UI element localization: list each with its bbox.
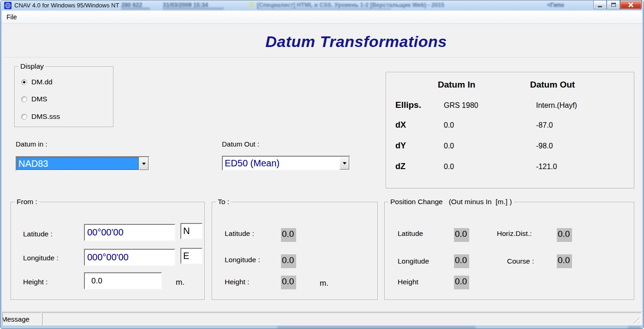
minimize-icon [598,6,602,7]
to-longitude-label: Longitude : [225,256,260,264]
display-group: Display DM.dd DMS DMS.sss [14,66,113,127]
ghost-bar [277,327,476,329]
radio-option-dmssss[interactable]: DMS.sss [21,112,60,121]
minimize-button[interactable] [593,0,607,9]
status-message-cell: Message [2,312,42,325]
chevron-down-icon [343,162,346,164]
page-title: Datum Transformations [265,33,447,51]
pc-height-value: 0.0 [454,276,469,289]
from-group: From : Latitude : Longitude : Height : m… [11,202,205,300]
app-window: 280 622 31/03/2009 15:34 [Специалист] HT… [0,0,644,329]
status-content-cell [42,312,641,325]
from-latitude-input[interactable] [84,224,175,241]
datum-out-combobox[interactable]: ED50 (Mean) [222,156,350,170]
titlebar: 280 622 31/03/2009 15:34 [Специалист] HT… [0,0,644,11]
from-latitude-label: Latitude : [23,230,53,238]
close-button[interactable] [620,0,642,9]
close-icon [628,2,634,8]
datum-out-dropdown-button[interactable] [340,157,349,170]
client-area: File Datum Transformations Display DM.dd… [2,11,642,325]
pc-latitude-label: Latitude [398,229,423,238]
pc-longitude-label: Longitude [398,257,429,265]
to-group: To : Latitude : 0.0 Longitude : 0.0 Heig… [212,202,378,300]
resize-grip-icon[interactable] [632,316,639,323]
to-latitude-value: 0.0 [281,228,296,242]
ghost-icon [250,2,254,7]
menu-file[interactable]: File [2,11,22,24]
datum-in-dropdown-button[interactable] [139,157,149,170]
radio-label: DMS.sss [31,112,60,121]
ghost-bar [163,7,224,10]
from-ns-input[interactable] [180,223,203,239]
from-ew-input[interactable] [180,248,203,264]
pc-course-label: Course : [507,257,534,265]
table-row-param: Ellips. [395,100,421,110]
globe-icon [4,2,12,9]
ghost-text: <Гипо [547,2,564,8]
pc-course-value: 0.0 [557,254,572,268]
position-change-group-label: Position Change (Out minus In [m.] ) [388,198,514,206]
chevron-down-icon [142,163,146,165]
window-controls [593,0,642,9]
ghost-text: [Специалист] HTML и CSS. Уровень 1-2 [Ве… [257,2,444,8]
to-longitude-value: 0.0 [281,254,296,268]
radio-label: DMS [31,95,47,103]
to-height-unit: m. [320,279,328,288]
radio-option-dms[interactable]: DMS [21,95,47,103]
from-group-label: From : [15,198,39,206]
table-row-param: dX [395,120,406,130]
table-row-out-value: Intern.(Hayf) [536,101,577,110]
datum-out-label: Datum Out : [222,140,259,148]
pc-height-label: Height [398,278,418,286]
table-row-out-value: -87.0 [536,121,553,129]
to-group-label: To : [216,198,231,206]
status-message-label: Message [2,315,41,323]
window-frame: 280 622 31/03/2009 15:34 [Специалист] HT… [0,0,644,329]
window-title: CNAV 4.0 for Windows 95/Windows NT [14,2,119,9]
radio-icon [21,96,27,102]
from-height-input[interactable] [84,272,162,289]
pc-horiz-dist-label: Horiz.Dist.: [497,229,532,238]
ghost-bar [628,327,641,329]
to-latitude-label: Latitude : [225,229,254,238]
maximize-button[interactable] [607,0,620,9]
radio-label: DM.dd [31,78,53,86]
radio-option-dmdd[interactable]: DM.dd [21,78,53,86]
radio-icon [21,114,27,120]
to-height-value: 0.0 [281,276,296,289]
from-longitude-input[interactable] [84,249,175,266]
table-row-out-value: -98.0 [536,142,553,150]
from-height-unit: m. [176,278,185,287]
table-row-in-value: 0.0 [444,121,454,129]
menu-bar: File [2,11,642,24]
datum-in-value: NAD83 [17,157,139,170]
table-row-out-value: -121.0 [536,163,557,171]
radio-selected-icon [21,79,27,85]
pc-longitude-value: 0.0 [454,254,469,268]
col-header-datum-out: Datum Out [530,80,575,90]
datum-in-combobox[interactable]: NAD83 [16,156,149,171]
position-change-group: Position Change (Out minus In [m.] ) Lat… [384,202,634,300]
from-longitude-label: Longitude : [23,254,59,262]
maximize-icon [611,3,616,7]
datum-parameters-box: Datum In Datum Out Ellips. GRS 1980 Inte… [386,72,634,188]
table-row-param: dY [395,141,406,151]
datum-out-value: ED50 (Mean) [223,157,340,170]
ghost-bar [121,7,150,10]
table-row-in-value: 0.0 [444,142,454,150]
datum-in-label: Datum in : [16,140,47,148]
table-row-in-value: GRS 1980 [444,101,478,110]
pc-latitude-value: 0.0 [454,228,469,242]
from-height-label: Height : [23,278,48,286]
col-header-datum-in: Datum In [438,80,475,90]
table-row-param: dZ [395,162,405,171]
display-group-label: Display [18,62,46,70]
table-row-in-value: 0.0 [444,163,454,171]
ghost-text: 280 622 [121,2,142,8]
ghost-text: 31/03/2009 15:34 [163,2,208,8]
to-height-label: Height : [225,278,249,286]
pc-horiz-dist-value: 0.0 [557,228,572,242]
ghost-bar [257,8,391,10]
title-separator [4,57,640,58]
